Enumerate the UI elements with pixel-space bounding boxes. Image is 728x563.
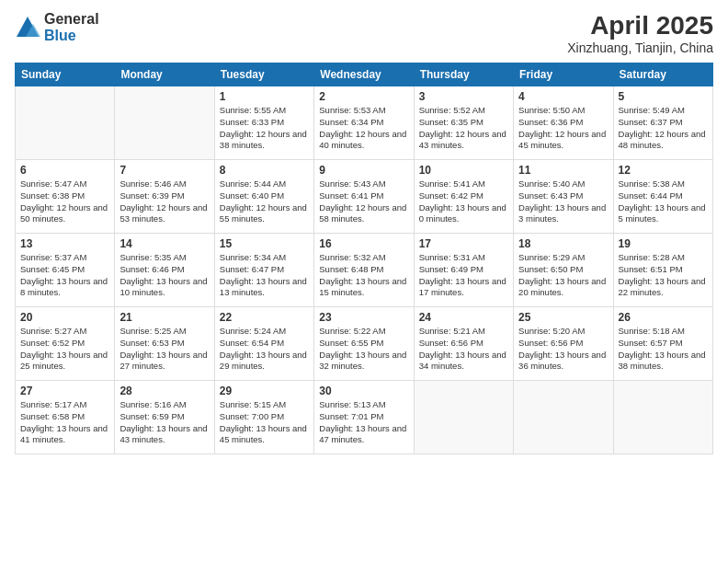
day-number: 27	[20, 385, 109, 397]
table-row	[16, 86, 115, 160]
day-info: Sunrise: 5:50 AMSunset: 6:36 PMDaylight:…	[518, 105, 608, 152]
day-info: Sunrise: 5:47 AMSunset: 6:38 PMDaylight:…	[20, 178, 109, 225]
table-row: 24Sunrise: 5:21 AMSunset: 6:56 PMDayligh…	[414, 307, 513, 381]
day-number: 2	[319, 90, 408, 103]
table-row: 14Sunrise: 5:35 AMSunset: 6:46 PMDayligh…	[115, 234, 214, 307]
calendar-week-row: 6Sunrise: 5:47 AMSunset: 6:38 PMDaylight…	[16, 160, 713, 234]
calendar-header-row: Sunday Monday Tuesday Wednesday Thursday…	[16, 63, 713, 86]
table-row: 4Sunrise: 5:50 AMSunset: 6:36 PMDaylight…	[514, 86, 613, 160]
logo: General Blue	[15, 11, 99, 43]
day-info: Sunrise: 5:40 AMSunset: 6:43 PMDaylight:…	[518, 178, 608, 225]
table-row: 18Sunrise: 5:29 AMSunset: 6:50 PMDayligh…	[514, 234, 613, 307]
day-info: Sunrise: 5:13 AMSunset: 7:01 PMDaylight:…	[319, 399, 408, 446]
day-number: 4	[518, 90, 608, 103]
day-number: 6	[20, 164, 109, 177]
day-number: 13	[20, 237, 109, 250]
table-row: 3Sunrise: 5:52 AMSunset: 6:35 PMDaylight…	[414, 86, 513, 160]
table-row	[115, 86, 214, 160]
table-row: 19Sunrise: 5:28 AMSunset: 6:51 PMDayligh…	[613, 234, 712, 307]
table-row: 9Sunrise: 5:43 AMSunset: 6:41 PMDaylight…	[314, 160, 414, 234]
day-number: 12	[619, 164, 708, 177]
day-info: Sunrise: 5:55 AMSunset: 6:33 PMDaylight:…	[220, 105, 309, 152]
day-info: Sunrise: 5:35 AMSunset: 6:46 PMDaylight:…	[119, 252, 209, 299]
day-number: 14	[119, 237, 209, 250]
day-number: 11	[518, 164, 608, 177]
day-info: Sunrise: 5:28 AMSunset: 6:51 PMDaylight:…	[619, 252, 708, 299]
col-tuesday: Tuesday	[214, 63, 313, 86]
day-info: Sunrise: 5:29 AMSunset: 6:50 PMDaylight:…	[518, 252, 608, 299]
table-row: 7Sunrise: 5:46 AMSunset: 6:39 PMDaylight…	[115, 160, 214, 234]
day-info: Sunrise: 5:31 AMSunset: 6:49 PMDaylight:…	[419, 252, 508, 299]
table-row	[414, 381, 513, 454]
table-row	[514, 381, 613, 454]
day-number: 9	[319, 164, 408, 177]
day-number: 1	[220, 90, 309, 103]
table-row: 2Sunrise: 5:53 AMSunset: 6:34 PMDaylight…	[314, 86, 414, 160]
day-info: Sunrise: 5:38 AMSunset: 6:44 PMDaylight:…	[619, 178, 708, 225]
day-number: 25	[518, 311, 608, 324]
table-row: 5Sunrise: 5:49 AMSunset: 6:37 PMDaylight…	[613, 86, 712, 160]
table-row: 12Sunrise: 5:38 AMSunset: 6:44 PMDayligh…	[613, 160, 712, 234]
day-info: Sunrise: 5:52 AMSunset: 6:35 PMDaylight:…	[419, 105, 508, 152]
day-number: 24	[419, 311, 508, 324]
table-row: 28Sunrise: 5:16 AMSunset: 6:59 PMDayligh…	[115, 381, 214, 454]
table-row: 29Sunrise: 5:15 AMSunset: 7:00 PMDayligh…	[214, 381, 313, 454]
day-info: Sunrise: 5:44 AMSunset: 6:40 PMDaylight:…	[220, 178, 309, 225]
day-number: 30	[319, 385, 408, 397]
table-row: 8Sunrise: 5:44 AMSunset: 6:40 PMDaylight…	[214, 160, 313, 234]
day-number: 5	[619, 90, 708, 103]
table-row: 30Sunrise: 5:13 AMSunset: 7:01 PMDayligh…	[314, 381, 414, 454]
day-number: 19	[619, 237, 708, 250]
header: General Blue April 2025 Xinzhuang, Tianj…	[15, 11, 713, 55]
table-row: 16Sunrise: 5:32 AMSunset: 6:48 PMDayligh…	[314, 234, 414, 307]
calendar: Sunday Monday Tuesday Wednesday Thursday…	[15, 63, 713, 454]
day-number: 29	[220, 385, 309, 397]
calendar-week-row: 1Sunrise: 5:55 AMSunset: 6:33 PMDaylight…	[16, 86, 713, 160]
day-info: Sunrise: 5:37 AMSunset: 6:45 PMDaylight:…	[20, 252, 109, 299]
table-row: 23Sunrise: 5:22 AMSunset: 6:55 PMDayligh…	[314, 307, 414, 381]
day-number: 18	[518, 237, 608, 250]
table-row: 6Sunrise: 5:47 AMSunset: 6:38 PMDaylight…	[16, 160, 115, 234]
day-number: 16	[319, 237, 408, 250]
logo-icon	[15, 15, 40, 40]
col-thursday: Thursday	[414, 63, 513, 86]
day-number: 3	[419, 90, 508, 103]
day-number: 23	[319, 311, 408, 324]
day-info: Sunrise: 5:27 AMSunset: 6:52 PMDaylight:…	[20, 326, 109, 373]
day-number: 22	[220, 311, 309, 324]
col-friday: Friday	[514, 63, 613, 86]
day-info: Sunrise: 5:46 AMSunset: 6:39 PMDaylight:…	[119, 178, 209, 225]
day-info: Sunrise: 5:18 AMSunset: 6:57 PMDaylight:…	[619, 326, 708, 373]
calendar-week-row: 20Sunrise: 5:27 AMSunset: 6:52 PMDayligh…	[16, 307, 713, 381]
day-number: 7	[119, 164, 209, 177]
table-row: 27Sunrise: 5:17 AMSunset: 6:58 PMDayligh…	[16, 381, 115, 454]
col-wednesday: Wednesday	[314, 63, 414, 86]
month-title: April 2025	[567, 11, 713, 40]
day-info: Sunrise: 5:22 AMSunset: 6:55 PMDaylight:…	[319, 326, 408, 373]
table-row: 17Sunrise: 5:31 AMSunset: 6:49 PMDayligh…	[414, 234, 513, 307]
day-info: Sunrise: 5:20 AMSunset: 6:56 PMDaylight:…	[518, 326, 608, 373]
calendar-week-row: 13Sunrise: 5:37 AMSunset: 6:45 PMDayligh…	[16, 234, 713, 307]
col-saturday: Saturday	[613, 63, 712, 86]
day-info: Sunrise: 5:41 AMSunset: 6:42 PMDaylight:…	[419, 178, 508, 225]
day-number: 26	[619, 311, 708, 324]
table-row: 15Sunrise: 5:34 AMSunset: 6:47 PMDayligh…	[214, 234, 313, 307]
table-row: 11Sunrise: 5:40 AMSunset: 6:43 PMDayligh…	[514, 160, 613, 234]
day-info: Sunrise: 5:34 AMSunset: 6:47 PMDaylight:…	[220, 252, 309, 299]
day-info: Sunrise: 5:49 AMSunset: 6:37 PMDaylight:…	[619, 105, 708, 152]
day-number: 20	[20, 311, 109, 324]
table-row: 26Sunrise: 5:18 AMSunset: 6:57 PMDayligh…	[613, 307, 712, 381]
day-info: Sunrise: 5:25 AMSunset: 6:53 PMDaylight:…	[119, 326, 209, 373]
table-row: 21Sunrise: 5:25 AMSunset: 6:53 PMDayligh…	[115, 307, 214, 381]
table-row	[613, 381, 712, 454]
day-number: 8	[220, 164, 309, 177]
table-row: 10Sunrise: 5:41 AMSunset: 6:42 PMDayligh…	[414, 160, 513, 234]
day-number: 21	[119, 311, 209, 324]
day-info: Sunrise: 5:43 AMSunset: 6:41 PMDaylight:…	[319, 178, 408, 225]
table-row: 20Sunrise: 5:27 AMSunset: 6:52 PMDayligh…	[16, 307, 115, 381]
table-row: 1Sunrise: 5:55 AMSunset: 6:33 PMDaylight…	[214, 86, 313, 160]
day-info: Sunrise: 5:17 AMSunset: 6:58 PMDaylight:…	[20, 399, 109, 446]
logo-general-text: General	[44, 11, 99, 28]
day-number: 15	[220, 237, 309, 250]
day-info: Sunrise: 5:15 AMSunset: 7:00 PMDaylight:…	[220, 399, 309, 446]
